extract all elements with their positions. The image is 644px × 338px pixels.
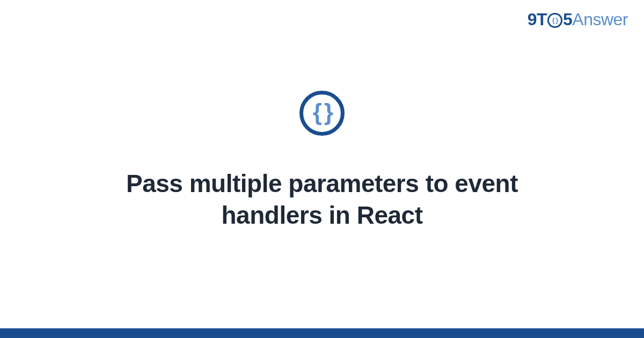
footer-accent-bar [0, 328, 644, 338]
page-title: Pass multiple parameters to event handle… [75, 168, 569, 231]
main-content: { } Pass multiple parameters to event ha… [0, 0, 644, 338]
code-braces-icon: { } [313, 100, 331, 124]
category-circle-icon: { } [299, 91, 345, 136]
